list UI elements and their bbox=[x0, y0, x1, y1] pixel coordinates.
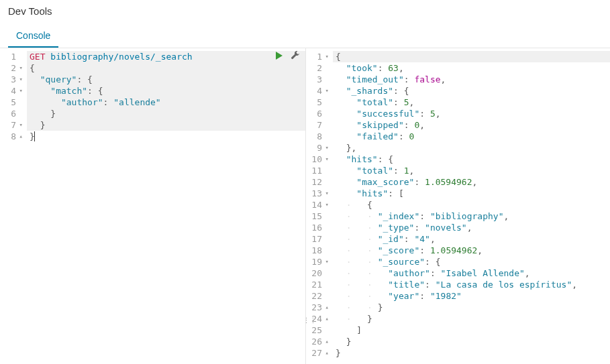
line-number: 4▾ bbox=[0, 85, 23, 97]
line-number: 15 bbox=[306, 210, 329, 222]
wrench-icon[interactable] bbox=[291, 51, 300, 60]
line-number: 16 bbox=[306, 222, 329, 233]
line-number: 11 bbox=[306, 165, 329, 176]
line-number: 18 bbox=[306, 245, 329, 256]
page-title: Dev Tools bbox=[8, 5, 602, 17]
line-number: 17 bbox=[306, 233, 329, 245]
pane-divider[interactable]: ⋮⋮ bbox=[305, 48, 306, 364]
tab-console[interactable]: Console bbox=[8, 25, 58, 48]
line-number: 20 bbox=[306, 267, 329, 279]
line-number: 4▾ bbox=[306, 85, 329, 97]
line-number: 1▾ bbox=[306, 51, 329, 62]
drag-handle-icon[interactable]: ⋮⋮ bbox=[303, 316, 316, 325]
line-number: 3 bbox=[306, 74, 329, 85]
line-number: 21 bbox=[306, 279, 329, 290]
line-number: 12 bbox=[306, 176, 329, 188]
line-number: 8 bbox=[306, 131, 329, 142]
line-number: 1 bbox=[0, 51, 23, 62]
line-number: 13▾ bbox=[306, 188, 329, 199]
line-number: 9▾ bbox=[306, 142, 329, 154]
run-icon[interactable] bbox=[274, 51, 284, 60]
line-number: 23▴ bbox=[306, 302, 329, 313]
line-number: 8▴ bbox=[0, 131, 23, 142]
line-number: 22 bbox=[306, 290, 329, 302]
line-number: 2▾ bbox=[0, 62, 23, 74]
tabs: Console bbox=[0, 25, 610, 48]
http-method: GET bbox=[30, 52, 45, 62]
line-number: 19▾ bbox=[306, 256, 329, 267]
line-number: 7 bbox=[306, 119, 329, 131]
line-number: 14▾ bbox=[306, 199, 329, 210]
line-number: 5 bbox=[0, 97, 23, 108]
line-number: 3▾ bbox=[0, 74, 23, 85]
line-number: 6 bbox=[306, 108, 329, 119]
response-viewer: 1▾234▾56789▾10▾111213▾14▾1516171819▾2021… bbox=[306, 48, 610, 364]
line-number: 25 bbox=[306, 324, 329, 336]
line-number: 2 bbox=[306, 62, 329, 74]
line-number: 7▾ bbox=[0, 119, 23, 131]
line-number: 26▴ bbox=[306, 336, 329, 347]
line-number: 27▴ bbox=[306, 347, 329, 359]
cursor bbox=[34, 131, 35, 141]
request-path: bibliography/novels/_search bbox=[50, 52, 192, 62]
request-gutter: 12▾3▾4▾567▾8▴ bbox=[0, 48, 27, 364]
request-editor[interactable]: 12▾3▾4▾567▾8▴ GET bibliography/novels/_s… bbox=[0, 48, 305, 364]
line-number: 10▾ bbox=[306, 154, 329, 165]
line-number: 5 bbox=[306, 97, 329, 108]
line-number: 6 bbox=[0, 108, 23, 119]
